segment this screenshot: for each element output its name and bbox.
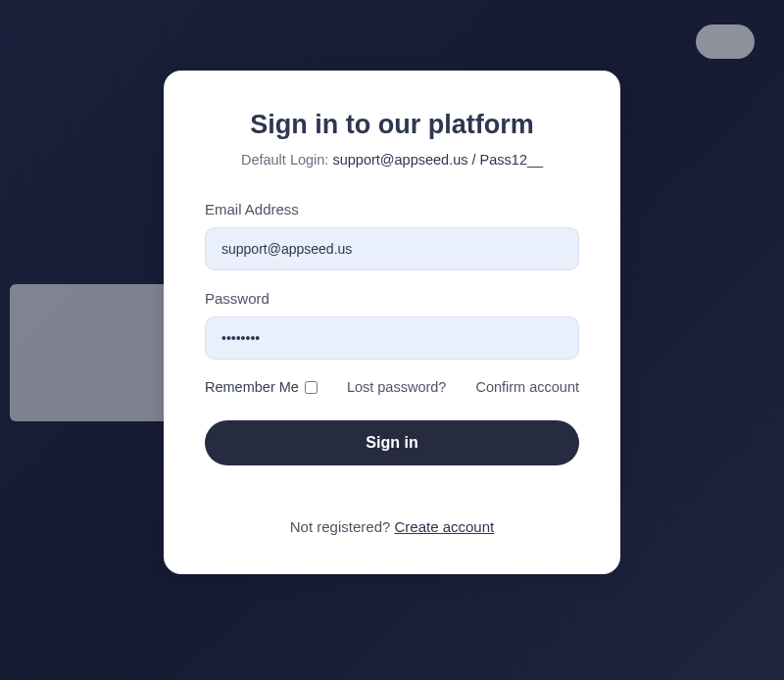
- password-group: Password: [205, 290, 579, 360]
- signin-button[interactable]: Sign in: [205, 420, 579, 465]
- create-account-link[interactable]: Create account: [395, 518, 495, 535]
- hint-credentials: support@appseed.us / Pass12__: [332, 152, 543, 168]
- background-shape: [696, 24, 755, 59]
- remember-me-text: Remember Me: [205, 379, 299, 395]
- remember-me-checkbox[interactable]: [305, 381, 318, 394]
- confirm-account-link[interactable]: Confirm account: [475, 379, 579, 395]
- email-group: Email Address: [205, 201, 579, 270]
- password-label: Password: [205, 290, 579, 307]
- email-label: Email Address: [205, 201, 579, 218]
- footer-text: Not registered?: [290, 518, 395, 535]
- signin-card: Sign in to our platform Default Login: s…: [164, 71, 620, 574]
- page-title: Sign in to our platform: [205, 110, 579, 140]
- signup-footer: Not registered? Create account: [205, 518, 579, 535]
- email-field[interactable]: [205, 227, 579, 270]
- options-row: Remember Me Lost password? Confirm accou…: [205, 379, 579, 395]
- lost-password-link[interactable]: Lost password?: [347, 379, 447, 395]
- remember-me-label[interactable]: Remember Me: [205, 379, 318, 395]
- hint-prefix: Default Login:: [241, 152, 333, 168]
- default-login-hint: Default Login: support@appseed.us / Pass…: [205, 152, 579, 168]
- password-field[interactable]: [205, 316, 579, 360]
